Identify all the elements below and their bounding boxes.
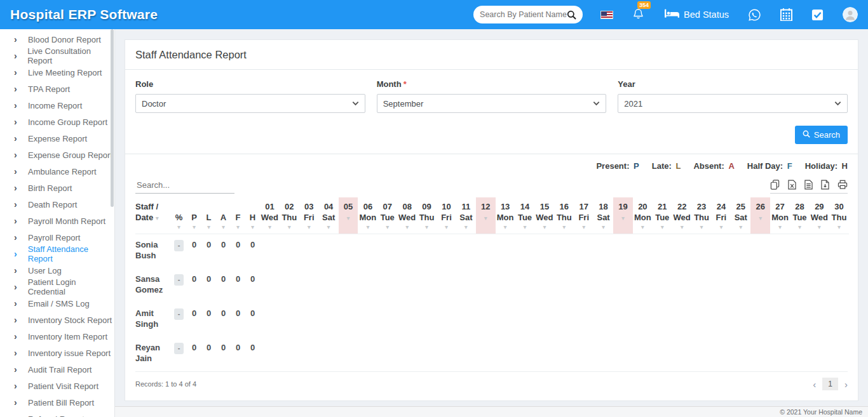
patient-search-box[interactable] xyxy=(473,6,583,23)
sidebar-item-expense-report[interactable]: ›Expense Report xyxy=(0,130,114,147)
patient-search-input[interactable] xyxy=(480,10,567,19)
column-header-day-13[interactable]: 13Mon▾ xyxy=(496,197,515,234)
column-header-day-14[interactable]: 14Tue▾ xyxy=(515,197,535,234)
column-header-day-09[interactable]: 09Thu▾ xyxy=(417,197,437,234)
column-header-h[interactable]: H▾ xyxy=(245,197,260,234)
sidebar-item-expense-group-report[interactable]: ›Expense Group Report xyxy=(0,147,114,163)
sidebar-item-death-report[interactable]: ›Death Report xyxy=(0,196,114,213)
sidebar-item-email-sms-log[interactable]: ›Email / SMS Log xyxy=(0,295,114,312)
sidebar-item-user-log[interactable]: ›User Log xyxy=(0,262,114,279)
role-select[interactable]: Doctor xyxy=(135,94,365,113)
month-select[interactable]: September xyxy=(377,94,607,113)
column-header-day-17[interactable]: 17Fri▾ xyxy=(574,197,593,234)
tasks-check-icon[interactable] xyxy=(811,9,824,21)
bed-status-button[interactable]: Bed Status xyxy=(665,9,729,20)
column-header-staff-date[interactable]: Staff /Date ▾ xyxy=(135,197,171,234)
calendar-icon[interactable] xyxy=(780,8,792,21)
csv-export-icon[interactable] xyxy=(804,180,813,190)
sidebar-item-payroll-report[interactable]: ›Payroll Report xyxy=(0,229,114,246)
whatsapp-icon[interactable] xyxy=(748,8,761,22)
sidebar-item-inventory-item-report[interactable]: ›Inventory Item Report xyxy=(0,328,114,345)
sidebar-item-referral-report[interactable]: ›Referral Report xyxy=(0,411,114,417)
sidebar-item-birth-report[interactable]: ›Birth Report xyxy=(0,180,114,196)
column-header-day-11[interactable]: 11Sat▾ xyxy=(456,197,476,234)
sidebar-item-blood-donor-report[interactable]: ›Blood Donor Report xyxy=(0,31,114,48)
column-header-day-30[interactable]: 30Thu▾ xyxy=(829,197,849,234)
column-header-day-24[interactable]: 24Fri▾ xyxy=(711,197,731,234)
sidebar-item-ambulance-report[interactable]: ›Ambulance Report xyxy=(0,163,114,180)
column-header-percent[interactable]: %▾ xyxy=(171,197,187,234)
sidebar-item-patient-visit-report[interactable]: ›Patient Visit Report xyxy=(0,378,114,394)
column-header-day-12[interactable]: 12▾ xyxy=(476,197,496,234)
sidebar-item-inventory-issue-report[interactable]: ›Inventory issue Report xyxy=(0,345,114,361)
sort-icon: ▾ xyxy=(465,223,468,230)
print-export-icon[interactable] xyxy=(837,180,848,190)
column-header-day-27[interactable]: 27Mon▾ xyxy=(770,197,790,234)
column-header-day-21[interactable]: 21Tue▾ xyxy=(653,197,672,234)
sidebar-item-live-meeting-report[interactable]: ›Live Meeting Report xyxy=(0,64,114,81)
search-button[interactable]: Search xyxy=(795,126,848,144)
sidebar-item-label: Income Report xyxy=(28,101,82,110)
column-header-f[interactable]: F▾ xyxy=(231,197,245,234)
excel-export-icon[interactable] xyxy=(788,180,796,190)
column-header-day-16[interactable]: 16Thu▾ xyxy=(554,197,574,234)
user-avatar[interactable] xyxy=(843,7,858,22)
language-flag-icon[interactable] xyxy=(600,11,613,19)
sidebar-item-staff-attendance-report[interactable]: ›Staff Attendance Report xyxy=(0,246,114,262)
copy-export-icon[interactable] xyxy=(770,180,780,190)
column-header-day-05[interactable]: 05▾ xyxy=(339,197,358,234)
column-header-day-01[interactable]: 01Wed▾ xyxy=(260,197,280,234)
count-value: 0 xyxy=(187,303,201,337)
column-header-day-22[interactable]: 22Wed▾ xyxy=(672,197,692,234)
sidebar-item-audit-trail-report[interactable]: ›Audit Trail Report xyxy=(0,361,114,378)
column-header-day-20[interactable]: 20Mon▾ xyxy=(633,197,653,234)
day-cell xyxy=(554,337,574,371)
pagination-next[interactable]: › xyxy=(844,380,848,389)
column-header-day-19[interactable]: 19▾ xyxy=(613,197,633,234)
day-cell xyxy=(358,303,377,337)
column-header-day-18[interactable]: 18Sat▾ xyxy=(593,197,613,234)
sidebar-item-income-report[interactable]: ›Income Report xyxy=(0,97,114,114)
count-value: 0 xyxy=(201,303,216,337)
day-cell xyxy=(790,268,810,303)
sidebar-item-tpa-report[interactable]: ›TPA Report xyxy=(0,81,114,97)
column-header-day-29[interactable]: 29Wed▾ xyxy=(810,197,829,234)
day-cell xyxy=(692,303,712,337)
pdf-export-icon[interactable] xyxy=(821,180,829,190)
column-header-p[interactable]: P▾ xyxy=(187,197,201,234)
day-cell xyxy=(829,303,849,337)
search-icon[interactable] xyxy=(567,10,576,20)
column-header-day-15[interactable]: 15Wed▾ xyxy=(534,197,554,234)
sidebar-scrollbar[interactable] xyxy=(111,29,114,207)
year-select[interactable]: 2021 xyxy=(618,94,848,113)
day-cell xyxy=(319,268,339,303)
column-header-day-04[interactable]: 04Sat▾ xyxy=(319,197,339,234)
legend-holiday: Holiday: H xyxy=(805,161,848,171)
notifications-button[interactable]: 354 xyxy=(632,7,644,23)
day-cell xyxy=(731,268,750,303)
sidebar-item-patient-login-credential[interactable]: ›Patient Login Credential xyxy=(0,279,114,295)
column-header-day-25[interactable]: 25Sat▾ xyxy=(731,197,750,234)
column-header-day-10[interactable]: 10Fri▾ xyxy=(437,197,456,234)
sidebar-item-income-group-report[interactable]: ›Income Group Report xyxy=(0,114,114,130)
pagination-page-1[interactable]: 1 xyxy=(822,378,838,390)
sidebar-item-inventory-stock-report[interactable]: ›Inventory Stock Report xyxy=(0,312,114,328)
column-header-day-08[interactable]: 08Wed▾ xyxy=(397,197,417,234)
column-header-day-26[interactable]: 26▾ xyxy=(750,197,770,234)
table-search-input[interactable] xyxy=(135,177,234,194)
column-header-l[interactable]: L▾ xyxy=(201,197,216,234)
column-header-a[interactable]: A▾ xyxy=(216,197,231,234)
required-asterisk: * xyxy=(403,79,407,89)
column-header-day-02[interactable]: 02Thu▾ xyxy=(280,197,299,234)
column-header-day-23[interactable]: 23Thu▾ xyxy=(692,197,712,234)
column-header-day-06[interactable]: 06Mon▾ xyxy=(358,197,377,234)
sidebar-item-patient-bill-report[interactable]: ›Patient Bill Report xyxy=(0,394,114,411)
day-cell xyxy=(417,303,437,337)
pagination-prev[interactable]: ‹ xyxy=(813,380,816,389)
column-header-day-07[interactable]: 07Tue▾ xyxy=(377,197,397,234)
column-header-day-28[interactable]: 28Tue▾ xyxy=(790,197,810,234)
column-header-day-03[interactable]: 03Fri▾ xyxy=(299,197,319,234)
sidebar-item-live-consultation-report[interactable]: ›Live Consultation Report xyxy=(0,48,114,64)
copyright-text: © 2021 Your Hospital Name xyxy=(780,408,862,416)
sidebar-item-payroll-month-report[interactable]: ›Payroll Month Report xyxy=(0,213,114,229)
